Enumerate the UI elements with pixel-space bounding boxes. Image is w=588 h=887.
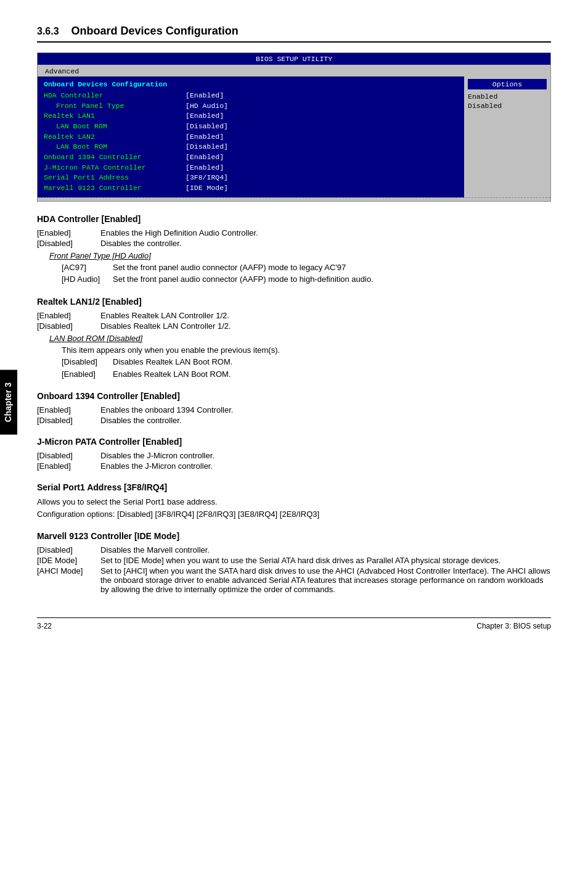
row-desc: Enables the High Definition Audio Contro… [96, 228, 551, 238]
section-title: Onboard Devices Configuration [71, 25, 239, 38]
row-desc: Disables the Marvell controller. [96, 545, 551, 555]
row-desc: Disables the J-Micron controller. [96, 450, 551, 461]
bios-item-row: Realtek LAN1[Enabled] [44, 111, 458, 122]
bios-item-value: [Enabled] [186, 152, 224, 163]
bios-item-label: LAN Boot ROM [44, 122, 179, 132]
bios-sidebar: Options EnabledDisabled [464, 76, 550, 197]
bios-sidebar-option: Disabled [468, 101, 547, 110]
page-footer: 3-22 Chapter 3: BIOS setup [37, 617, 551, 630]
section-number: 3.6.3 [37, 26, 59, 37]
table-row: [Disabled]Disables the J-Micron controll… [37, 450, 551, 461]
bios-item-row: Serial Port1 Address[3F8/IRQ4] [44, 173, 458, 183]
doc-marvell: Marvell 9123 Controller [IDE Mode] [Disa… [37, 531, 551, 595]
realtek-sub-item: [Disabled]Disables Realtek LAN Boot ROM. [62, 356, 551, 368]
realtek-subheading: LAN Boot ROM [Disabled] [49, 334, 551, 343]
row-label: [IDE Mode] [37, 555, 96, 566]
serial-config: Configuration options: [Disabled] [3F8/I… [37, 508, 551, 521]
row-desc: Disables Realtek LAN Controller 1/2. [96, 321, 551, 331]
bios-item-value: [Enabled] [186, 91, 224, 101]
row-label: [Disabled] [37, 321, 96, 331]
doc-onboard-1394: Onboard 1394 Controller [Enabled] [Enabl… [37, 391, 551, 426]
footer-right: Chapter 3: BIOS setup [476, 622, 551, 630]
row-desc: Enables Realtek LAN Controller 1/2. [96, 310, 551, 321]
table-row: [Disabled]Disables the controller. [37, 238, 551, 249]
bios-item-value: [IDE Mode] [186, 183, 228, 194]
realtek-sub-items: [Disabled]Disables Realtek LAN Boot ROM.… [37, 356, 551, 380]
bios-item-value: [Enabled] [186, 163, 224, 173]
table-row: [IDE Mode]Set to [IDE Mode] when you wan… [37, 555, 551, 566]
realtek-sub-intro: This item appears only when you enable t… [62, 344, 551, 357]
table-row: [Enabled]Enables the onboard 1394 Contro… [37, 405, 551, 415]
serial-intro: Allows you to select the Serial Port1 ba… [37, 496, 551, 508]
bios-tab-row: Advanced [38, 65, 550, 76]
bios-item-label: LAN Boot ROM [44, 142, 179, 152]
serial-heading: Serial Port1 Address [3F8/IRQ4] [37, 482, 551, 492]
hda-heading: HDA Controller [Enabled] [37, 214, 551, 224]
bios-section-title: Onboard Devices Configuration [44, 80, 458, 88]
bios-item-value: [3F8/IRQ4] [186, 173, 228, 183]
doc-jmicron: J-Micron PATA Controller [Enabled] [Disa… [37, 437, 551, 471]
realtek-table: [Enabled]Enables Realtek LAN Controller … [37, 310, 551, 331]
row-desc: Set to [IDE Mode] when you want to use t… [96, 555, 551, 566]
bios-item-value: [Enabled] [186, 111, 224, 122]
row-label: [Enabled] [37, 461, 96, 471]
bios-items: HDA Controller[Enabled]Front Panel Type[… [44, 91, 458, 194]
footer-left: 3-22 [37, 622, 52, 630]
marvell-table: [Disabled]Disables the Marvell controlle… [37, 545, 551, 595]
hda-sub-items: [AC97]Set the front panel audio connecto… [37, 262, 551, 286]
table-row: [Enabled]Enables the J-Micron controller… [37, 461, 551, 471]
row-label: [Disabled] [37, 450, 96, 461]
hda-subheading: Front Panel Type [HD Audio] [49, 251, 551, 260]
bios-utility-box: BIOS SETUP UTILITY Advanced Onboard Devi… [37, 52, 551, 202]
onboard1394-table: [Enabled]Enables the onboard 1394 Contro… [37, 405, 551, 426]
table-row: [AHCI Mode]Set to [AHCI] when you want t… [37, 566, 551, 595]
marvell-heading: Marvell 9123 Controller [IDE Mode] [37, 531, 551, 541]
bios-item-row: Onboard 1394 Controller[Enabled] [44, 152, 458, 163]
bios-item-value: [Disabled] [186, 122, 228, 132]
jmicron-table: [Disabled]Disables the J-Micron controll… [37, 450, 551, 471]
bios-item-label: Realtek LAN2 [44, 132, 179, 142]
bios-item-label: Realtek LAN1 [44, 111, 179, 122]
row-desc: Disables the controller. [96, 415, 551, 426]
bios-item-row: LAN Boot ROM[Disabled] [44, 122, 458, 132]
realtek-heading: Realtek LAN1/2 [Enabled] [37, 297, 551, 307]
doc-serial-port: Serial Port1 Address [3F8/IRQ4] Allows y… [37, 482, 551, 520]
bios-main-panel: Onboard Devices Configuration HDA Contro… [38, 76, 464, 197]
bios-item-row: LAN Boot ROM[Disabled] [44, 142, 458, 152]
row-desc: Disables the controller. [96, 238, 551, 249]
bios-sidebar-items: EnabledDisabled [468, 92, 547, 110]
bios-item-row: J-Micron PATA Controller[Enabled] [44, 163, 458, 173]
hda-sub-item: [AC97]Set the front panel audio connecto… [62, 262, 551, 274]
row-desc: Enables the J-Micron controller. [96, 461, 551, 471]
row-label: [Disabled] [37, 545, 96, 555]
bios-item-value: [Enabled] [186, 132, 224, 142]
bios-item-label: Marvell 9123 Controller [44, 183, 179, 194]
doc-hda-controller: HDA Controller [Enabled] [Enabled]Enable… [37, 214, 551, 286]
row-label: [Enabled] [37, 228, 96, 238]
jmicron-heading: J-Micron PATA Controller [Enabled] [37, 437, 551, 447]
row-label: [AHCI Mode] [37, 566, 96, 595]
bios-item-label: J-Micron PATA Controller [44, 163, 179, 173]
section-heading: 3.6.3 Onboard Devices Configuration [37, 25, 551, 43]
hda-table: [Enabled]Enables the High Definition Aud… [37, 228, 551, 249]
bios-item-row: Realtek LAN2[Enabled] [44, 132, 458, 142]
bios-item-row: Front Panel Type[HD Audio] [44, 101, 458, 112]
onboard1394-heading: Onboard 1394 Controller [Enabled] [37, 391, 551, 401]
doc-realtek-lan: Realtek LAN1/2 [Enabled] [Enabled]Enable… [37, 297, 551, 381]
bios-content: Onboard Devices Configuration HDA Contro… [38, 76, 550, 197]
table-row: [Disabled]Disables the Marvell controlle… [37, 545, 551, 555]
table-row: [Enabled]Enables the High Definition Aud… [37, 228, 551, 238]
table-row: [Enabled]Enables Realtek LAN Controller … [37, 310, 551, 321]
bios-bottom-bar [38, 197, 550, 201]
bios-item-value: [Disabled] [186, 142, 228, 152]
bios-sidebar-option: Enabled [468, 92, 547, 101]
row-label: [Enabled] [37, 310, 96, 321]
bios-header: BIOS SETUP UTILITY [38, 53, 550, 65]
row-desc: Set to [AHCI] when you want the SATA har… [96, 566, 551, 595]
bios-item-value: [HD Audio] [186, 101, 228, 112]
row-label: [Disabled] [37, 415, 96, 426]
bios-tab-advanced[interactable]: Advanced [38, 66, 86, 76]
bios-item-row: HDA Controller[Enabled] [44, 91, 458, 101]
bios-item-label: Onboard 1394 Controller [44, 152, 179, 163]
row-label: [Enabled] [37, 405, 96, 415]
